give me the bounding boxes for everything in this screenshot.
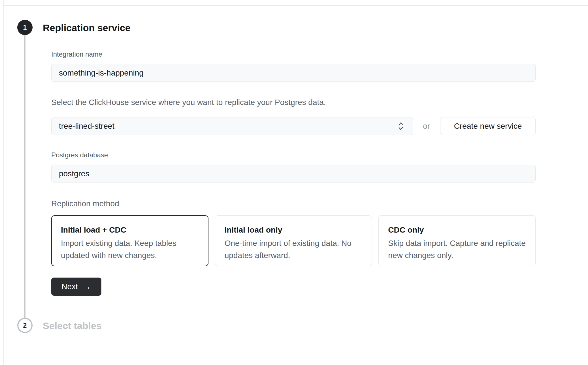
method-card-title: CDC only <box>388 225 527 235</box>
step-1-indicator: 1 <box>17 20 33 35</box>
postgres-database-label: Postgres database <box>51 152 536 158</box>
integration-name-input[interactable] <box>51 64 536 82</box>
create-new-service-button[interactable]: Create new service <box>440 117 536 135</box>
method-card-description: Skip data import. Capture and replicate … <box>388 237 527 261</box>
replication-setup-page: 1 Replication service 2 Select tables In… <box>0 0 588 365</box>
replication-service-form: Integration name Select the ClickHouse s… <box>51 51 536 296</box>
step-2-indicator: 2 <box>17 318 33 333</box>
arrow-right-icon: → <box>83 282 91 291</box>
integration-name-label: Integration name <box>51 51 536 58</box>
service-select-description: Select the ClickHouse service where you … <box>51 98 536 107</box>
method-card-description: One-time import of existing data. No upd… <box>225 237 363 261</box>
replication-method-card[interactable]: Initial load only One-time import of exi… <box>215 215 372 266</box>
step-connector-line <box>24 35 25 318</box>
next-button-label: Next <box>61 282 78 291</box>
replication-method-card[interactable]: CDC only Skip data import. Capture and r… <box>378 215 536 266</box>
step-1-title: Replication service <box>43 22 131 33</box>
step-2-number: 2 <box>23 322 27 329</box>
service-select[interactable]: tree-lined-street <box>51 117 413 135</box>
method-card-title: Initial load only <box>225 225 363 235</box>
replication-method-options: Initial load + CDC Import existing data.… <box>51 215 536 266</box>
top-divider <box>4 5 588 6</box>
method-card-description: Import existing data. Keep tables update… <box>61 237 200 261</box>
replication-method-label: Replication method <box>51 199 536 208</box>
step-2-title: Select tables <box>43 320 102 331</box>
postgres-database-input[interactable] <box>51 165 536 182</box>
step-1-number: 1 <box>23 24 27 31</box>
next-button[interactable]: Next → <box>51 278 101 296</box>
replication-method-card[interactable]: Initial load + CDC Import existing data.… <box>51 215 208 266</box>
left-panel-border <box>3 0 4 365</box>
chevron-up-down-icon <box>398 121 404 131</box>
method-card-title: Initial load + CDC <box>61 225 200 235</box>
or-label: or <box>423 122 430 131</box>
service-select-value: tree-lined-street <box>59 122 114 131</box>
service-select-row: tree-lined-street or Create new service <box>51 117 536 135</box>
